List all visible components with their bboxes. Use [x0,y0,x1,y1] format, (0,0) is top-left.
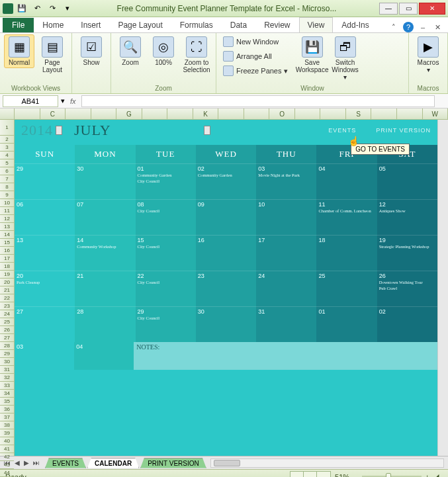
minimize-button[interactable]: — [379,3,398,15]
page-layout-button[interactable]: ▤ Page Layout [37,34,67,75]
column-header[interactable] [320,108,346,119]
row-header[interactable]: 40 [0,437,14,445]
day-cell[interactable]: 08City Council [136,199,196,235]
sheet-tab-calendar[interactable]: CALENDAR [87,458,139,468]
workbook-close-icon[interactable]: ✕ [432,22,443,32]
day-cell[interactable]: 13 [15,235,75,271]
column-header[interactable]: S [346,108,372,119]
year-spinner[interactable] [56,126,62,135]
undo-button[interactable]: ↶ [30,2,44,15]
sheet-tab-events[interactable]: EVENTS [45,458,86,468]
vertical-scrollbar[interactable] [437,120,448,456]
day-cell[interactable]: 02Community Garden [196,163,256,199]
sheet-tab-print-version[interactable]: PRINT VERSION [140,458,206,468]
day-cell[interactable]: 22City Council [136,271,196,306]
row-header[interactable]: 19 [0,271,14,279]
workbook-minimize-icon[interactable]: – [418,22,428,32]
close-button[interactable]: ✕ [419,3,445,15]
day-cell[interactable]: 03Movie Night at the Park [256,163,316,199]
row-header[interactable]: 15 [0,239,14,247]
resize-grip-icon[interactable]: ◢ [433,472,443,478]
row-header[interactable]: 32 [0,374,14,382]
row-header[interactable]: 34 [0,390,14,398]
row-header[interactable]: 5 [0,159,14,167]
column-header[interactable]: O [269,108,295,119]
tab-nav-button[interactable]: ◀ [13,459,21,466]
column-header[interactable] [167,108,193,119]
file-tab[interactable]: File [3,18,34,32]
day-cell[interactable]: 02 [377,306,437,342]
day-cell[interactable]: 31 [256,306,316,342]
day-cell[interactable]: 28 [75,306,135,342]
zoom-thumb[interactable] [386,473,391,478]
day-cell[interactable]: 17 [256,235,316,271]
day-cell[interactable]: 26Downtown Walking TourPub Crawl [377,271,437,306]
row-header[interactable]: 42 [0,453,14,461]
day-cell[interactable]: 27 [15,306,75,342]
column-header[interactable] [244,108,270,119]
name-box[interactable]: AB41 [3,95,58,107]
ribbon-tab-page-layout[interactable]: Page Layout [109,17,171,32]
day-cell[interactable]: 24 [256,271,316,306]
fx-icon[interactable]: fx [67,97,79,105]
qat-more-icon[interactable]: ▾ [61,2,74,15]
row-header[interactable]: 23 [0,302,14,310]
row-header[interactable]: 26 [0,326,14,334]
row-header[interactable]: 21 [0,286,14,294]
row-header[interactable]: 3 [0,144,14,152]
zoom-in-button[interactable]: + [426,473,429,478]
column-header[interactable] [295,108,321,119]
column-header[interactable] [66,108,91,119]
column-header[interactable]: G [116,108,142,119]
formula-input[interactable] [81,95,435,107]
day-cell[interactable]: 18 [316,235,377,271]
day-cell[interactable]: 30 [196,306,256,342]
day-cell[interactable]: 12Antiques Show [377,199,437,235]
day-cell[interactable]: 21 [75,271,135,306]
row-header[interactable]: 38 [0,421,14,429]
ribbon-tab-view[interactable]: View [299,17,334,32]
select-all-corner[interactable] [0,108,15,119]
row-header[interactable]: 30 [0,358,14,366]
hundred-percent-button[interactable]: ◎100% [148,34,179,68]
arrange-all-button[interactable]: Arrange All [220,49,291,64]
column-header[interactable] [15,108,40,119]
notes-box[interactable]: NOTES: [134,342,437,370]
row-header[interactable]: 10 [0,199,14,207]
day-cell[interactable]: 29City Council [136,306,196,342]
row-header[interactable]: 36 [0,406,14,413]
row-header[interactable]: 44 [0,469,14,477]
scrollbar-thumb[interactable] [214,460,240,466]
row-header[interactable]: 8 [0,183,14,191]
column-header[interactable]: C [40,108,66,119]
column-header[interactable]: K [193,108,219,119]
row-header[interactable]: 7 [0,175,14,183]
day-cell[interactable]: 23 [196,271,256,306]
column-header[interactable]: W [423,108,449,119]
events-link[interactable]: EVENTS [328,127,356,134]
day-cell[interactable]: 05 [377,163,437,199]
ribbon-tab-data[interactable]: Data [222,17,255,32]
row-header[interactable]: 6 [0,167,14,175]
column-header[interactable] [142,108,168,119]
column-header[interactable] [218,108,244,119]
day-cell[interactable]: 29 [15,163,75,199]
ribbon-tab-formulas[interactable]: Formulas [171,17,222,32]
row-header[interactable]: 43 [0,461,14,469]
zoom-button[interactable]: 🔍Zoom [115,34,146,68]
ribbon-tab-insert[interactable]: Insert [72,17,109,32]
switch-windows-button[interactable]: 🗗Switch Windows ▾ [330,34,361,83]
row-header[interactable]: 2 [0,136,14,144]
day-cell[interactable]: 04 [74,342,134,370]
month-spinner[interactable] [204,126,210,135]
normal-view-button[interactable]: ▦ Normal [4,34,34,68]
help-icon[interactable]: ? [403,22,414,32]
row-header[interactable]: 29 [0,350,14,358]
row-header[interactable]: 20 [0,279,14,286]
day-cell[interactable]: 15City Council [136,235,196,271]
row-header[interactable]: 37 [0,413,14,421]
day-cell[interactable]: 03 [15,342,74,370]
redo-button[interactable]: ↷ [46,2,59,15]
row-header[interactable]: 41 [0,445,14,453]
row-header[interactable]: 14 [0,231,14,239]
